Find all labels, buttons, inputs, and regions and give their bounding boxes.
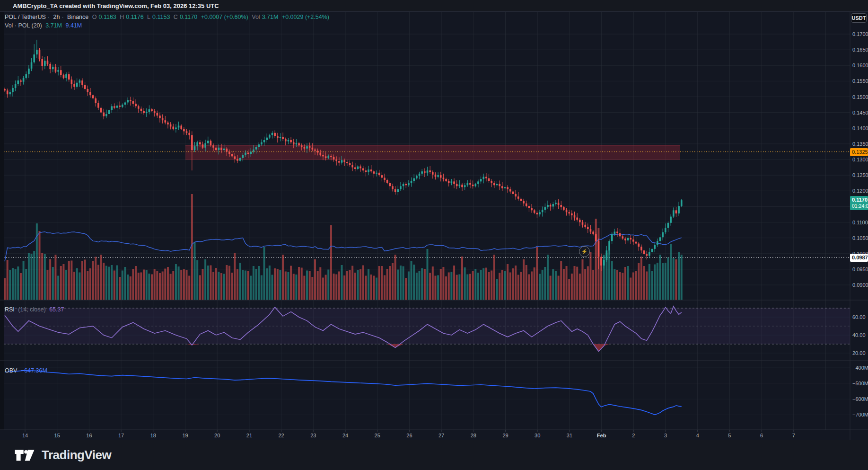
legend-separator: · [48, 14, 50, 20]
rsi-legend-row[interactable]: RSI (14, close) 65.37 [5, 306, 66, 313]
volume-current: 3.71M [45, 22, 62, 29]
exchange: Binance [67, 14, 88, 20]
rsi-oversold-fill [5, 344, 682, 351]
rsi-pane [4, 306, 850, 351]
close-value: 0.1170 [180, 14, 197, 20]
price-axis-panel[interactable] [850, 12, 868, 430]
vol-label: Vol [252, 14, 260, 20]
rsi-params: (14, close) [18, 306, 45, 313]
vol-change-value: +0.0029 (+2.54%) [282, 14, 329, 20]
rsi-value: 65.37 [49, 306, 64, 313]
low-value: 0.1153 [152, 14, 170, 20]
grid [4, 12, 850, 430]
high-value: 0.1176 [126, 14, 143, 20]
branding-bar: TradingView [0, 440, 868, 470]
obv-legend-row[interactable]: OBV −647.36M [5, 367, 49, 374]
volume-ma-line [5, 232, 682, 262]
tradingview-wordmark[interactable]: TradingView [42, 448, 111, 462]
legend-separator: · [61, 14, 63, 20]
low-label: L [147, 14, 150, 20]
resistance-zone[interactable] [185, 145, 680, 160]
currency-toggle-button[interactable]: USDT [851, 13, 867, 23]
snapshot-title: AMBCrypto_TA created with TradingView.co… [13, 2, 219, 9]
support-price-label: 0.0987 [850, 254, 868, 262]
open-label: O [92, 14, 97, 20]
symbol-legend-row[interactable]: POL / TetherUS· 2h· Binance O0.1163 H0.1… [5, 14, 331, 20]
high-label: H [120, 14, 124, 20]
tradingview-snapshot: AMBCrypto_TA created with TradingView.co… [0, 0, 868, 470]
rsi-name[interactable]: RSI [5, 306, 15, 313]
collapsed-toolbar-strip [0, 12, 4, 430]
symbol-name[interactable]: POL / TetherUS [5, 14, 46, 20]
volume-indicator-label[interactable]: Vol · POL (20) [5, 22, 42, 29]
refresh-lightning-icon[interactable]: ⚡ [579, 246, 590, 257]
time-axis-panel[interactable] [0, 430, 868, 440]
chart-canvas[interactable]: 0.17000.16500.16000.15500.15000.14500.14… [0, 0, 868, 470]
timeframe[interactable]: 2h [53, 14, 60, 20]
change-value: +0.0007 (+0.60%) [201, 14, 248, 20]
resistance-price-label: 0.1325 [850, 148, 868, 156]
open-value: 0.1163 [98, 14, 116, 20]
close-label: C [174, 14, 178, 20]
last-price-label: 0.1170 01:24:04 [850, 196, 868, 210]
volume-legend-row[interactable]: Vol · POL (20) 3.71M 9.41M [5, 22, 84, 29]
obv-line [5, 371, 682, 415]
volume-ma: 9.41M [65, 22, 82, 29]
obv-value: −647.36M [21, 367, 47, 374]
vol-value: 3.71M [262, 14, 279, 20]
tradingview-logo-icon[interactable] [14, 447, 35, 464]
bar-countdown: 01:24:04 [852, 203, 868, 209]
obv-name[interactable]: OBV [5, 367, 17, 374]
snapshot-title-bar: AMBCrypto_TA created with TradingView.co… [0, 0, 868, 12]
last-price-value: 0.1170 [852, 197, 868, 203]
